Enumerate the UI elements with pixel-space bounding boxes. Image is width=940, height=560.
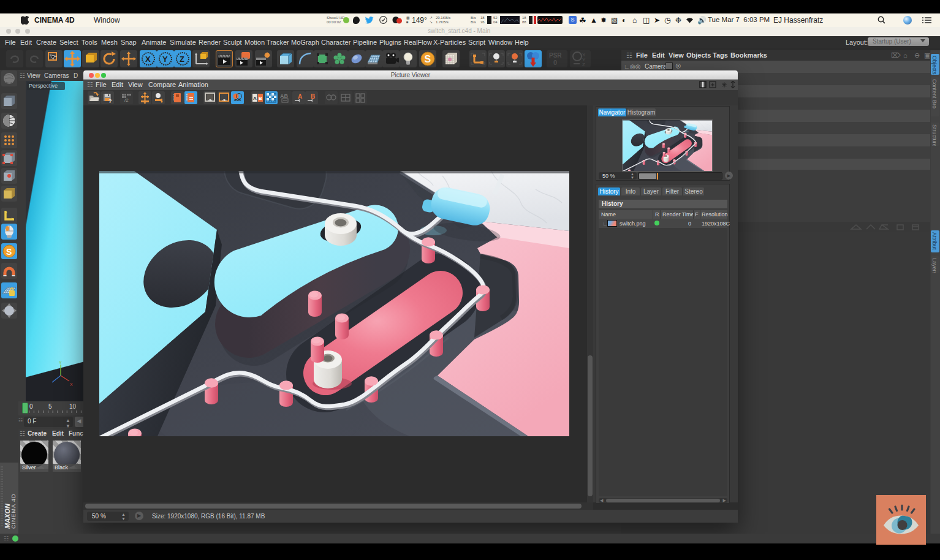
svg-text:Y: Y (59, 360, 62, 365)
svg-text:Z: Z (582, 62, 585, 67)
svg-text:A: A (253, 96, 257, 101)
svg-text:0: 0 (553, 59, 557, 66)
svg-text:A: A (298, 93, 302, 100)
svg-text:Z: Z (180, 55, 184, 64)
svg-text:?: ? (108, 98, 112, 104)
svg-text:B: B (311, 93, 315, 100)
svg-text:B: B (259, 96, 262, 101)
svg-text:S: S (425, 54, 431, 64)
svg-text:X: X (70, 382, 73, 387)
svg-text:Y: Y (162, 55, 168, 64)
svg-text:X: X (145, 55, 151, 64)
svg-text:PSR: PSR (549, 52, 562, 59)
svg-text:S: S (6, 247, 12, 257)
svg-text:/2: /2 (124, 97, 129, 103)
